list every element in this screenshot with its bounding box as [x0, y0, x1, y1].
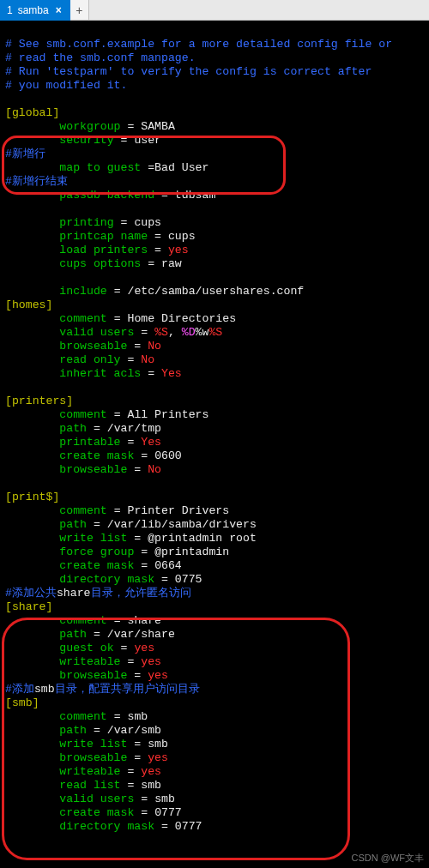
eq: =	[134, 546, 154, 558]
value: 0777	[154, 806, 182, 819]
value: @printadmin	[154, 546, 229, 558]
eq: =	[121, 353, 142, 366]
value: Printer Drivers	[127, 504, 229, 517]
eq: =	[141, 257, 161, 270]
key: write list	[59, 532, 127, 545]
key: load printers	[59, 244, 148, 256]
value: /var/share	[107, 628, 175, 641]
new-tab-button[interactable]: +	[70, 0, 89, 20]
value: Yes	[141, 436, 161, 449]
value: smb	[154, 793, 175, 805]
eq: =	[107, 504, 128, 517]
tab-bar: 1 samba × +	[0, 0, 429, 21]
value: %D	[182, 326, 196, 339]
key: passdb backend	[59, 189, 154, 202]
eq: =	[134, 793, 154, 805]
eq: =	[114, 642, 135, 654]
value: /var/smb	[107, 724, 161, 737]
key: comment	[59, 504, 106, 517]
key: cups options	[59, 257, 141, 270]
key: writeable	[59, 655, 120, 668]
comment-new-line-end: #新增行结束	[5, 175, 68, 188]
value: yes	[141, 655, 161, 668]
value: No	[141, 353, 154, 366]
key: directory mask	[59, 820, 154, 833]
key: include	[59, 285, 106, 298]
eq: =	[107, 312, 128, 325]
comment-line: # read the smb.conf manpage.	[5, 51, 196, 64]
key: create mask	[59, 559, 134, 572]
eq: =	[127, 738, 148, 750]
key: comment	[59, 312, 106, 325]
key: comment	[59, 408, 106, 421]
section-homes: [homes]	[5, 298, 52, 311]
value: yes	[148, 751, 168, 764]
eq: =	[87, 628, 107, 641]
key: printing	[59, 216, 113, 229]
comment-share: #添加公共share目录，允许匿名访问	[5, 587, 191, 600]
eq: =	[127, 463, 148, 476]
eq: =	[87, 422, 107, 435]
close-icon[interactable]: ×	[54, 3, 63, 17]
key: path	[59, 628, 87, 641]
key: directory mask	[59, 573, 154, 586]
value: cups	[168, 230, 196, 243]
key: force group	[59, 546, 134, 558]
value: %w	[196, 326, 209, 339]
comment-line: # you modified it.	[5, 79, 127, 92]
key: read list	[59, 779, 120, 792]
section-share: [share]	[5, 600, 52, 613]
comment-new-line: #新增行	[5, 148, 45, 160]
key: path	[59, 422, 87, 435]
eq: =	[121, 765, 142, 778]
key: create mask	[59, 449, 134, 462]
section-printers: [printers]	[5, 395, 73, 407]
value: yes	[148, 669, 168, 682]
eq: =	[121, 779, 142, 792]
key: inherit acls	[59, 367, 141, 380]
value: yes	[168, 244, 189, 256]
value: /var/lib/samba/drivers	[107, 518, 257, 531]
value: smb	[148, 738, 168, 750]
eq: =	[121, 436, 142, 449]
value: raw	[161, 257, 182, 270]
section-smb: [smb]	[5, 696, 39, 709]
eq: =	[127, 669, 148, 682]
eq: =	[154, 820, 175, 833]
value: 0600	[154, 449, 182, 462]
key: create mask	[59, 806, 134, 819]
key: writeable	[59, 765, 120, 778]
comment-line: # See smb.conf.example for a more detail…	[5, 38, 392, 51]
eq: =	[134, 326, 154, 339]
watermark: CSDN @WF文丰	[352, 851, 425, 865]
value: %S	[154, 326, 168, 339]
editor-viewport[interactable]: # See smb.conf.example for a more detail…	[0, 21, 429, 841]
eq: =	[141, 367, 161, 380]
eq: =	[107, 285, 128, 298]
eq: =	[107, 408, 128, 421]
key: browseable	[59, 669, 127, 682]
value: smb	[127, 710, 148, 723]
value: Home Directories	[127, 312, 236, 325]
value: /etc/samba/usershares.conf	[127, 285, 304, 298]
tab-active[interactable]: 1 samba ×	[0, 0, 70, 21]
eq: =	[134, 449, 154, 462]
value: /var/tmp	[107, 422, 161, 435]
key: workgroup	[59, 120, 120, 133]
value: %S	[208, 326, 222, 339]
comment-line: # Run 'testparm' to verify the config is…	[5, 65, 372, 78]
eq: =	[121, 120, 142, 133]
value: cups	[134, 216, 161, 229]
key: map to guest	[59, 161, 141, 174]
key: printable	[59, 436, 120, 449]
tab-title: samba	[18, 3, 49, 17]
eq: =	[127, 340, 148, 353]
key: comment	[59, 614, 106, 627]
eq: =	[87, 518, 107, 531]
value: SAMBA	[141, 120, 175, 133]
value: Bad User	[154, 161, 208, 174]
key: browseable	[59, 463, 127, 476]
value: All Printers	[127, 408, 208, 421]
value: No	[148, 340, 161, 353]
tab-index: 1	[7, 3, 13, 17]
